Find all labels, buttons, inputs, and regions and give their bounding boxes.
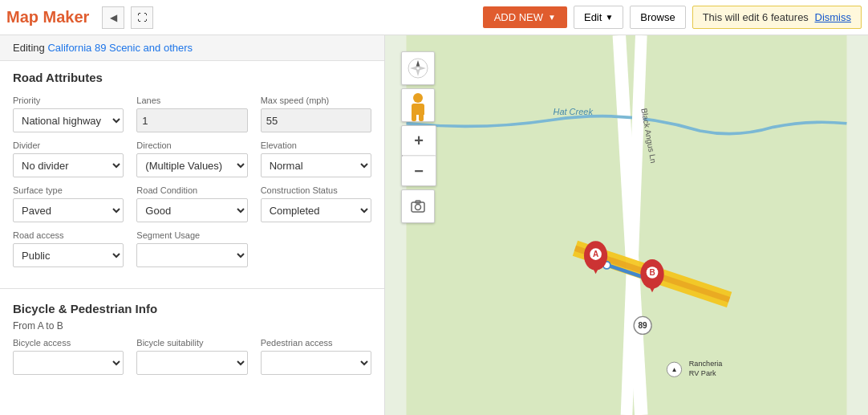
road-condition-group: Road Condition Good Fair Poor bbox=[136, 185, 247, 222]
svg-text:Rancheria: Rancheria bbox=[689, 360, 724, 368]
construction-status-label: Construction Status bbox=[261, 185, 371, 195]
max-speed-label: Max speed (mph) bbox=[261, 96, 371, 105]
editing-prefix: Editing bbox=[13, 42, 45, 54]
segment-usage-group: Segment Usage Regular Seasonal bbox=[136, 230, 247, 267]
edit-label: Edit bbox=[584, 11, 602, 23]
person-leg-right bbox=[419, 115, 424, 121]
person-legs bbox=[412, 115, 424, 121]
main-area: Editing California 89 Scenic and others … bbox=[0, 35, 868, 415]
fullscreen-button[interactable]: ⛶ bbox=[131, 6, 153, 29]
elevation-group: Elevation Normal Elevated Underground bbox=[261, 140, 371, 177]
priority-select[interactable]: National highway Primary Secondary Local bbox=[13, 108, 124, 132]
segment-usage-select[interactable]: Regular Seasonal bbox=[136, 243, 247, 267]
svg-text:A: A bbox=[593, 250, 598, 258]
left-panel: Editing California 89 Scenic and others … bbox=[0, 35, 385, 415]
road-access-group: Road access Public Private Restricted bbox=[13, 230, 124, 267]
priority-label: Priority bbox=[13, 96, 124, 105]
lanes-input[interactable] bbox=[136, 108, 247, 132]
segment-usage-label: Segment Usage bbox=[136, 230, 247, 240]
person-head bbox=[413, 93, 423, 103]
priority-group: Priority National highway Primary Second… bbox=[13, 96, 124, 132]
elevation-label: Elevation bbox=[261, 140, 371, 150]
divider-select[interactable]: No divider Median Barrier bbox=[13, 153, 124, 177]
direction-select[interactable]: (Multiple Values) One way Two way bbox=[136, 153, 247, 177]
section-divider bbox=[0, 288, 384, 289]
svg-text:89: 89 bbox=[639, 321, 648, 330]
editing-link[interactable]: California 89 Scenic and others bbox=[47, 42, 193, 54]
map-area[interactable]: 89 A B Hat Creek Black Angus Ln ▲ Ranche… bbox=[385, 35, 868, 415]
lanes-group: Lanes bbox=[136, 96, 247, 132]
zoom-in-button[interactable]: + bbox=[402, 126, 436, 155]
empty-group bbox=[261, 230, 371, 267]
divider-label: Divider bbox=[13, 140, 124, 150]
bicycle-access-group: Bicycle access bbox=[13, 338, 124, 375]
fields-row-3: Surface type Paved Unpaved Dirt Road Con… bbox=[13, 185, 371, 222]
road-condition-select[interactable]: Good Fair Poor bbox=[136, 198, 247, 222]
construction-status-select[interactable]: Completed Under construction Planned bbox=[261, 198, 371, 222]
editing-bar: Editing California 89 Scenic and others bbox=[0, 35, 384, 61]
road-access-label: Road access bbox=[13, 230, 124, 240]
compass-icon bbox=[407, 57, 429, 79]
bicycle-suitability-select[interactable] bbox=[136, 351, 247, 375]
edit-notice: This will edit 6 features Dismiss bbox=[692, 6, 862, 29]
map-controls: + − bbox=[401, 51, 436, 223]
direction-label: Direction bbox=[136, 140, 247, 150]
construction-status-group: Construction Status Completed Under cons… bbox=[261, 185, 371, 222]
divider-group: Divider No divider Median Barrier bbox=[13, 140, 124, 177]
elevation-select[interactable]: Normal Elevated Underground bbox=[261, 153, 371, 177]
fields-row-1: Priority National highway Primary Second… bbox=[13, 96, 371, 132]
bicycle-suitability-label: Bicycle suitability bbox=[136, 338, 247, 348]
screenshot-button[interactable] bbox=[401, 189, 435, 223]
road-access-select[interactable]: Public Private Restricted bbox=[13, 243, 124, 267]
app-header: Map Maker ◀ ⛶ ADD NEW ▼ Edit ▼ Browse Th… bbox=[0, 0, 868, 35]
zoom-control: + − bbox=[401, 125, 436, 186]
person-icon bbox=[410, 93, 426, 117]
fields-row-4: Road access Public Private Restricted Se… bbox=[13, 230, 371, 267]
max-speed-group: Max speed (mph) bbox=[261, 96, 371, 132]
svg-text:B: B bbox=[649, 268, 655, 277]
road-attributes-section: Road Attributes Priority National highwa… bbox=[0, 61, 384, 285]
fields-row-2: Divider No divider Median Barrier Direct… bbox=[13, 140, 371, 177]
street-view-button[interactable] bbox=[401, 88, 435, 122]
surface-type-group: Surface type Paved Unpaved Dirt bbox=[13, 185, 124, 222]
add-new-label: ADD NEW bbox=[494, 11, 543, 23]
lanes-label: Lanes bbox=[136, 96, 247, 105]
zoom-out-button[interactable]: − bbox=[402, 157, 436, 185]
direction-group: Direction (Multiple Values) One way Two … bbox=[136, 140, 247, 177]
svg-text:▲: ▲ bbox=[671, 366, 677, 373]
pedestrian-access-group: Pedestrian access bbox=[261, 338, 371, 375]
bicycle-access-select[interactable] bbox=[13, 351, 124, 375]
max-speed-input[interactable] bbox=[261, 108, 371, 132]
from-a-to-b-label: From A to B bbox=[0, 319, 384, 338]
edit-caret-icon: ▼ bbox=[605, 13, 613, 22]
edit-button[interactable]: Edit ▼ bbox=[574, 6, 623, 29]
person-body bbox=[412, 104, 424, 115]
surface-type-label: Surface type bbox=[13, 185, 124, 195]
compass-nav[interactable] bbox=[401, 51, 435, 85]
map-svg: 89 A B Hat Creek Black Angus Ln ▲ Ranche… bbox=[385, 35, 868, 415]
add-new-caret-icon: ▼ bbox=[548, 13, 556, 22]
bicycle-pedestrian-title: Bicycle & Pedestrian Info bbox=[0, 292, 384, 319]
browse-button[interactable]: Browse bbox=[630, 6, 685, 29]
pedestrian-access-label: Pedestrian access bbox=[261, 338, 371, 348]
svg-point-30 bbox=[416, 205, 421, 210]
surface-type-select[interactable]: Paved Unpaved Dirt bbox=[13, 198, 124, 222]
camera-icon bbox=[410, 198, 426, 214]
svg-text:Hat Creek: Hat Creek bbox=[554, 107, 594, 116]
road-condition-label: Road Condition bbox=[136, 185, 247, 195]
collapse-panel-button[interactable]: ◀ bbox=[102, 6, 124, 29]
svg-text:RV Park: RV Park bbox=[689, 369, 716, 377]
app-title: Map Maker bbox=[6, 8, 89, 26]
notice-text: This will edit 6 features bbox=[703, 11, 809, 23]
bicycle-fields-row: Bicycle access Bicycle suitability Pedes… bbox=[0, 338, 384, 384]
add-new-button[interactable]: ADD NEW ▼ bbox=[483, 6, 567, 28]
bicycle-access-label: Bicycle access bbox=[13, 338, 124, 348]
pedestrian-access-select[interactable] bbox=[261, 351, 371, 375]
person-leg-left bbox=[412, 115, 416, 121]
dismiss-link[interactable]: Dismiss bbox=[815, 11, 852, 23]
road-attributes-title: Road Attributes bbox=[13, 71, 371, 84]
bicycle-suitability-group: Bicycle suitability bbox=[136, 338, 247, 375]
